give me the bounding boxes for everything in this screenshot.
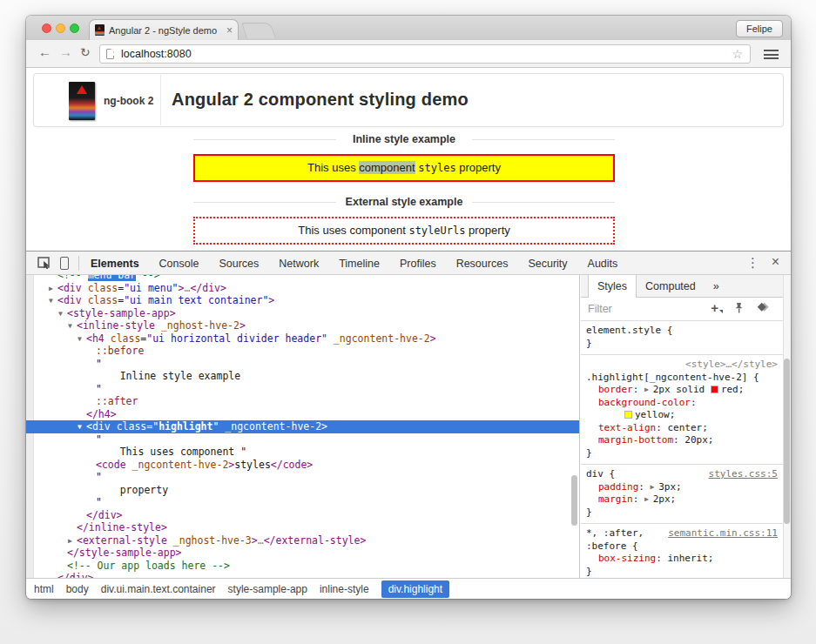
css-property-line[interactable]: yellow; xyxy=(586,409,778,422)
dom-tree-row-clipped[interactable]: <!-- menu bar --> xyxy=(35,275,570,282)
css-selector[interactable]: *, :after, xyxy=(586,527,644,539)
css-property-value[interactable]: 3px; xyxy=(658,481,682,493)
sidebar-tab-styles[interactable]: Styles xyxy=(588,275,637,298)
dom-tree-row[interactable]: ::after xyxy=(35,395,570,408)
device-toolbar-icon[interactable] xyxy=(60,257,69,270)
breadcrumb-item[interactable]: body xyxy=(66,583,89,595)
style-source-note[interactable]: <style>…</style> xyxy=(586,359,778,372)
css-selector[interactable]: .highlight[_ngcontent-hve-2] { xyxy=(586,372,759,383)
breadcrumb-item[interactable]: html xyxy=(34,583,54,595)
css-selector[interactable]: :before { xyxy=(586,540,638,552)
minimize-window-button[interactable] xyxy=(56,23,65,33)
tab-close-icon[interactable]: × xyxy=(226,24,233,37)
dom-tree-row[interactable]: This uses component " xyxy=(35,446,570,459)
css-property-name[interactable]: padding xyxy=(598,481,638,493)
css-property-name[interactable]: margin xyxy=(598,493,633,505)
css-property-line[interactable]: text-align: center; xyxy=(586,422,778,435)
bookmark-star-icon[interactable]: ☆ xyxy=(732,47,743,61)
breadcrumb-item[interactable]: style-sample-app xyxy=(228,583,307,595)
dom-tree-row[interactable]: " xyxy=(35,471,570,484)
css-property-line[interactable]: background-color: xyxy=(586,397,778,410)
devtools-tab-elements[interactable]: Elements xyxy=(91,258,139,270)
dom-tree-row[interactable]: …▼<div class="highlight" _ngcontent-hve-… xyxy=(26,420,579,433)
expand-value-icon[interactable]: ▶ xyxy=(644,495,653,503)
stylesheet-link[interactable]: semantic.min.css:11 xyxy=(668,527,778,540)
sidebar-tab-computed[interactable]: Computed xyxy=(637,275,705,297)
css-selector-line[interactable]: :before { xyxy=(586,540,778,553)
breadcrumb-item[interactable]: inline-style xyxy=(320,583,369,595)
dom-tree-row[interactable]: property xyxy=(35,484,570,497)
dom-tree-row[interactable]: <code _ngcontent-hve-2>styles</code> xyxy=(35,459,570,472)
css-property-name[interactable]: background-color xyxy=(598,397,691,408)
dom-tree-row[interactable]: ▼<div class="ui main text container"> xyxy=(35,294,570,307)
back-icon[interactable]: ← xyxy=(38,44,51,59)
forward-icon[interactable]: → xyxy=(59,44,72,59)
disclosure-triangle-icon[interactable]: ▶ xyxy=(49,283,57,296)
dom-tree-row[interactable]: </h4> xyxy=(35,408,570,421)
new-style-rule-icon[interactable]: + xyxy=(711,300,718,315)
css-property-name[interactable]: margin-bottom xyxy=(598,434,673,446)
css-property-value[interactable]: 20px; xyxy=(684,434,713,446)
toggle-element-state-pin-icon[interactable] xyxy=(733,302,745,314)
profile-button[interactable]: Felipe xyxy=(736,20,783,37)
dom-tree-row[interactable]: ::before xyxy=(35,345,570,358)
sidebar-more-tabs-icon[interactable]: » xyxy=(705,275,728,297)
url-field[interactable]: localhost:8080 ☆ xyxy=(99,44,751,64)
css-property-value[interactable]: 2px; xyxy=(653,493,677,505)
color-swatch-icon[interactable] xyxy=(624,411,632,419)
css-property-line[interactable]: padding: ▶ 3px; xyxy=(586,481,778,494)
dom-tree-row[interactable]: " xyxy=(35,496,570,509)
dom-tree-row[interactable]: ▶<external-style _nghost-hve-3>…</extern… xyxy=(35,534,570,547)
reload-icon[interactable]: ↻ xyxy=(80,45,91,59)
devtools-more-options-icon[interactable]: ⋮ xyxy=(746,255,759,271)
css-property-name[interactable]: border xyxy=(598,384,633,395)
disclosure-triangle-icon[interactable]: ▼ xyxy=(78,333,86,346)
disclosure-triangle-icon[interactable]: ▼ xyxy=(78,421,86,434)
new-tab-button[interactable] xyxy=(241,23,276,38)
css-property-name[interactable]: text-align xyxy=(598,422,656,433)
dom-tree-row[interactable]: </inline-style> xyxy=(35,521,570,534)
css-property-value[interactable]: inherit; xyxy=(667,553,713,564)
breadcrumb-item[interactable]: div.ui.main.text.container xyxy=(101,583,216,595)
devtools-tab-timeline[interactable]: Timeline xyxy=(339,258,380,270)
zoom-window-button[interactable] xyxy=(70,23,79,33)
disclosure-triangle-icon[interactable]: ▼ xyxy=(49,295,57,308)
disclosure-triangle-icon[interactable]: ▼ xyxy=(68,320,77,333)
devtools-tab-network[interactable]: Network xyxy=(279,258,319,270)
css-selector[interactable]: div { xyxy=(586,468,615,480)
dom-tree-row[interactable]: " xyxy=(35,383,570,396)
sidebar-scrollbar-track[interactable] xyxy=(783,275,791,578)
css-property-line[interactable]: margin-bottom: 20px; xyxy=(586,434,778,447)
css-selector-line[interactable]: div {styles.css:5 xyxy=(586,468,778,481)
disclosure-triangle-icon[interactable]: ▶ xyxy=(68,535,77,548)
css-property-value[interactable]: yellow; xyxy=(635,409,675,420)
dom-tree-row[interactable]: ▼<style-sample-app> xyxy=(35,307,570,320)
breadcrumb-item[interactable]: div.highlight xyxy=(381,580,449,598)
dom-tree-row[interactable]: </style-sample-app> xyxy=(35,547,570,560)
dom-tree-row[interactable]: <!-- Our app loads here --> xyxy=(35,560,570,573)
css-property-value[interactable]: red; xyxy=(721,384,745,395)
close-window-button[interactable] xyxy=(42,23,51,33)
css-selector-line[interactable]: .highlight[_ngcontent-hve-2] { xyxy=(586,372,778,385)
color-swatch-icon[interactable] xyxy=(711,386,718,393)
css-selector-line[interactable]: *, :after,semantic.min.css:11 xyxy=(586,527,778,540)
devtools-tab-audits[interactable]: Audits xyxy=(588,258,618,270)
sidebar-scrollbar-thumb[interactable] xyxy=(784,359,790,524)
devtools-tab-resources[interactable]: Resources xyxy=(456,258,509,270)
css-selector[interactable]: element.style { xyxy=(586,325,672,336)
tree-scrollbar-thumb[interactable] xyxy=(571,475,577,526)
css-property-line[interactable]: border: ▶ 2px solid red; xyxy=(586,384,778,397)
dom-tree-row[interactable]: " xyxy=(35,358,570,371)
dom-tree-row[interactable]: " xyxy=(35,433,570,446)
devtools-tab-security[interactable]: Security xyxy=(528,258,567,270)
browser-tab[interactable]: Angular 2 - ngStyle demo × xyxy=(89,19,239,40)
css-property-value[interactable]: 2px solid xyxy=(653,384,711,395)
dom-tree-row[interactable]: </div> xyxy=(35,509,570,522)
inspect-element-icon[interactable] xyxy=(37,257,51,269)
styles-filter-input[interactable]: Filter xyxy=(588,303,612,315)
devtools-tab-profiles[interactable]: Profiles xyxy=(400,258,436,270)
dom-tree-row[interactable]: ▼<inline-style _nghost-hve-2> xyxy=(35,319,570,332)
devtools-close-icon[interactable]: × xyxy=(772,254,779,270)
expand-value-icon[interactable]: ▶ xyxy=(644,386,653,393)
hamburger-menu-icon[interactable] xyxy=(764,50,779,59)
